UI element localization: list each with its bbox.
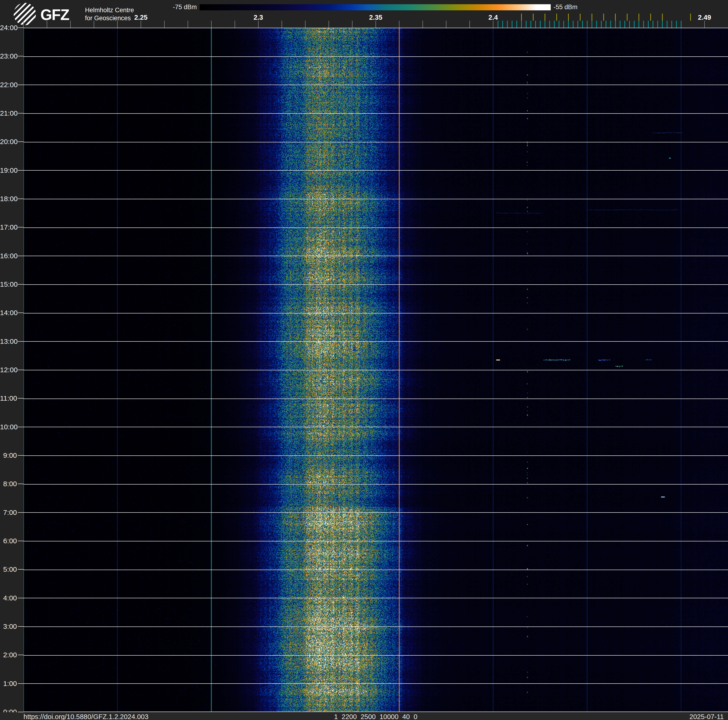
freq-tick	[141, 21, 141, 28]
time-tick	[18, 455, 23, 456]
ble-channel-tick	[662, 21, 663, 28]
colorbar	[200, 4, 551, 10]
colorbar-min-label: -75 dBm	[162, 3, 197, 11]
wifi-channel-tick	[592, 14, 592, 21]
ble-channel-tick	[559, 21, 560, 28]
gfz-wordmark: GFZ	[40, 6, 69, 23]
ble-channel-tick	[535, 21, 536, 28]
freq-axis-label: 2.49	[690, 14, 719, 21]
time-tick	[18, 256, 23, 256]
freq-tick	[23, 21, 24, 28]
wifi-channel-tick	[521, 14, 522, 21]
time-axis-label: 12:00	[0, 366, 17, 374]
freq-tick	[352, 21, 352, 28]
footer-bar: https://doi.org/10.5880/GFZ.1.2.2024.003…	[0, 712, 728, 720]
ble-channel-tick	[615, 21, 616, 28]
ble-channel-tick	[653, 21, 653, 28]
freq-tick	[70, 21, 71, 28]
time-tick	[18, 199, 23, 199]
wifi-channel-tick	[544, 14, 545, 21]
freq-tick	[422, 21, 423, 28]
ble-channel-tick	[526, 21, 526, 28]
ble-channel-tick	[521, 21, 522, 28]
ble-channel-tick	[681, 21, 682, 28]
spectrogram-canvas	[23, 28, 728, 712]
time-axis-label: 5:00	[0, 565, 17, 573]
freq-tick	[94, 21, 94, 28]
ble-channel-tick	[549, 21, 550, 28]
ble-channel-tick	[578, 21, 578, 28]
ble-channel-tick	[563, 21, 564, 28]
ble-channel-tick	[531, 21, 531, 28]
time-axis-label: 3:00	[0, 622, 17, 630]
time-tick	[18, 655, 23, 655]
time-axis-label: 21:00	[0, 109, 17, 117]
time-tick	[18, 56, 23, 57]
time-axis-label: 23:00	[0, 52, 17, 60]
freq-tick	[329, 21, 329, 28]
freq-tick	[470, 21, 470, 28]
ble-channel-tick	[606, 21, 606, 28]
ble-channel-tick	[582, 21, 583, 28]
ble-channel-tick	[498, 21, 498, 28]
wifi-channel-tick	[639, 14, 639, 21]
wifi-channel-tick	[568, 14, 569, 21]
dataset-filename: 1_2200_2500_10000_40_0	[334, 713, 418, 720]
ble-channel-tick	[657, 21, 658, 28]
time-tick	[18, 341, 23, 342]
ble-channel-tick	[592, 21, 592, 28]
time-axis-label: 15:00	[0, 280, 17, 288]
wifi-channel-tick	[603, 14, 604, 21]
freq-tick	[281, 21, 282, 28]
time-tick	[18, 427, 23, 427]
time-axis-label: 9:00	[0, 451, 17, 460]
freq-axis-label: 2.25	[127, 14, 155, 21]
ble-channel-tick	[648, 21, 648, 28]
freq-axis-label: 2.35	[362, 14, 390, 21]
time-axis-label: 22:00	[0, 81, 17, 89]
time-tick	[18, 541, 23, 541]
time-tick	[18, 170, 23, 171]
gfz-logo-icon	[14, 3, 36, 25]
freq-tick	[376, 21, 376, 28]
time-axis-label: 7:00	[0, 509, 17, 516]
time-axis-label: 1:00	[0, 680, 17, 688]
time-axis-label: 11:00	[0, 394, 17, 402]
ble-channel-tick	[516, 21, 517, 28]
ble-channel-tick	[596, 21, 597, 28]
time-tick	[18, 284, 23, 285]
ble-channel-tick	[502, 21, 503, 28]
freq-tick	[117, 21, 118, 28]
ble-channel-tick	[587, 21, 587, 28]
ble-channel-tick	[540, 21, 541, 28]
ble-channel-tick	[507, 21, 508, 28]
freq-tick	[399, 21, 399, 28]
freq-tick	[164, 21, 165, 28]
time-axis-label: 14:00	[0, 309, 17, 317]
ble-channel-tick	[544, 21, 545, 28]
freq-axis-label: 2.3	[244, 14, 272, 21]
wifi-channel-tick	[662, 14, 663, 21]
ble-channel-tick	[601, 21, 602, 28]
freq-tick	[446, 21, 447, 28]
time-tick	[18, 84, 23, 85]
freq-tick	[235, 21, 235, 28]
time-tick	[18, 626, 23, 627]
date-label: 2025-07-11	[690, 713, 724, 720]
time-tick	[18, 598, 23, 598]
spectrogram-page: GFZ Helmholtz Centre for Geosciences -75…	[0, 0, 728, 720]
time-axis-label: 13:00	[0, 337, 17, 345]
wifi-channel-tick	[690, 14, 691, 21]
time-axis-label: 18:00	[0, 195, 17, 203]
time-axis-label: 17:00	[0, 223, 17, 231]
wifi-channel-tick	[533, 14, 534, 21]
time-tick	[18, 370, 23, 370]
freq-tick	[493, 21, 493, 28]
ble-channel-tick	[568, 21, 569, 28]
doi-link[interactable]: https://doi.org/10.5880/GFZ.1.2.2024.003	[23, 713, 148, 720]
ble-channel-tick	[643, 21, 644, 28]
freq-tick	[188, 21, 188, 28]
time-axis-label: 16:00	[0, 252, 17, 260]
freq-tick	[47, 21, 47, 28]
time-axis-label: 8:00	[0, 480, 17, 488]
